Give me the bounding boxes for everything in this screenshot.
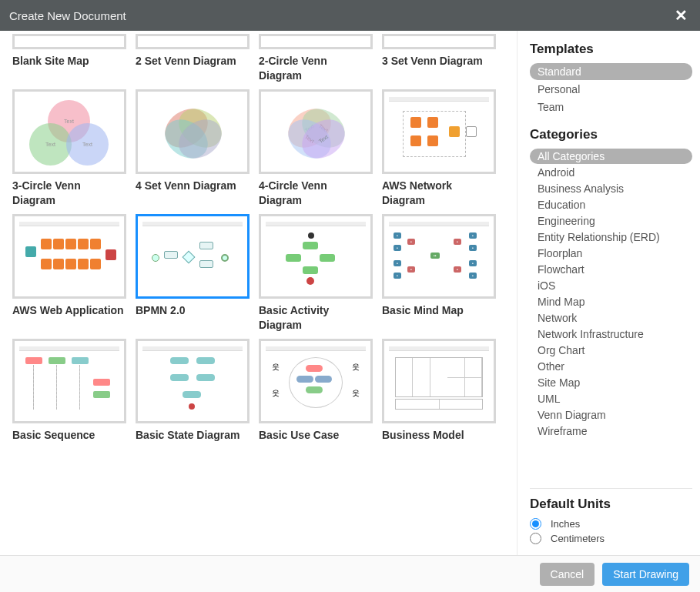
template-label: 3 Set Venn Diagram bbox=[382, 54, 496, 83]
templates-heading: Templates bbox=[530, 42, 692, 57]
template-card-2-set-venn[interactable]: 2 Set Venn Diagram bbox=[136, 34, 250, 83]
category-floorplan[interactable]: Floorplan bbox=[530, 246, 692, 261]
template-label: Basic Activity Diagram bbox=[259, 303, 373, 333]
template-card-aws-web-app[interactable]: AWS Web Application bbox=[12, 214, 126, 333]
template-label: 4 Set Venn Diagram bbox=[136, 179, 250, 208]
template-thumbnail bbox=[136, 214, 250, 299]
categories-group: Categories All CategoriesAndroidBusiness… bbox=[530, 127, 692, 440]
category-mind-map[interactable]: Mind Map bbox=[530, 294, 692, 309]
category-ios[interactable]: iOS bbox=[530, 278, 692, 293]
template-thumbnail: TextTextText bbox=[12, 89, 126, 174]
unit-radio[interactable] bbox=[530, 518, 541, 530]
template-label: AWS Network Diagram bbox=[382, 179, 496, 208]
create-document-dialog: Create New Document ✕ Blank Site Map2 Se… bbox=[0, 0, 700, 592]
template-card-basic-mind-map[interactable]: ••••••••••••••Basic Mind Map bbox=[382, 214, 496, 333]
template-card-bpmn-20[interactable]: BPMN 2.0 bbox=[136, 214, 250, 333]
category-android[interactable]: Android bbox=[530, 165, 692, 180]
template-label: Basic Use Case bbox=[259, 428, 373, 457]
start-drawing-button[interactable]: Start Drawing bbox=[602, 563, 689, 586]
template-thumbnail bbox=[382, 339, 496, 423]
template-thumbnail: 웃웃웃웃 bbox=[259, 339, 373, 423]
template-label: Basic State Diagram bbox=[136, 428, 250, 457]
template-card-4-set-venn[interactable]: 4 Set Venn Diagram bbox=[136, 89, 250, 208]
category-engineering[interactable]: Engineering bbox=[530, 213, 692, 229]
template-card-3-set-venn[interactable]: 3 Set Venn Diagram bbox=[382, 34, 496, 83]
template-thumbnail bbox=[12, 214, 126, 299]
category-org-chart[interactable]: Org Chart bbox=[530, 343, 692, 358]
category-site-map[interactable]: Site Map bbox=[530, 375, 692, 390]
template-thumbnail bbox=[259, 214, 373, 299]
category-uml[interactable]: UML bbox=[530, 391, 692, 406]
template-thumbnail bbox=[12, 34, 126, 49]
category-education[interactable]: Education bbox=[530, 197, 692, 212]
template-thumbnail bbox=[259, 34, 373, 49]
template-thumbnail: •••••••••••••• bbox=[382, 214, 496, 299]
category-business-analysis[interactable]: Business Analysis bbox=[530, 181, 692, 196]
dialog-title: Create New Document bbox=[9, 9, 672, 22]
category-wireframe[interactable]: Wireframe bbox=[530, 423, 692, 439]
template-thumbnail: TextTextTextText bbox=[259, 89, 373, 174]
template-thumbnail bbox=[136, 339, 250, 423]
unit-label: Inches bbox=[551, 518, 580, 530]
dialog-footer: Cancel Start Drawing bbox=[0, 555, 700, 592]
template-thumbnail bbox=[12, 339, 126, 423]
dialog-body: Blank Site Map2 Set Venn Diagram2-Circle… bbox=[0, 31, 700, 555]
sidebar: Templates StandardPersonalTeam Categorie… bbox=[517, 31, 700, 555]
template-gallery[interactable]: Blank Site Map2 Set Venn Diagram2-Circle… bbox=[0, 31, 517, 555]
template-card-3-circle-venn[interactable]: TextTextText3-Circle Venn Diagram bbox=[12, 89, 126, 208]
template-label: 2 Set Venn Diagram bbox=[136, 54, 250, 83]
template-label: 3-Circle Venn Diagram bbox=[12, 179, 126, 208]
template-thumbnail bbox=[382, 89, 496, 174]
template-card-basic-use-case[interactable]: 웃웃웃웃Basic Use Case bbox=[259, 339, 373, 457]
template-card-2-circle-venn[interactable]: 2-Circle Venn Diagram bbox=[259, 34, 373, 83]
category-entity-relationship-erd-[interactable]: Entity Relationship (ERD) bbox=[530, 229, 692, 245]
template-thumbnail bbox=[136, 34, 250, 49]
default-units-heading: Default Units bbox=[530, 497, 692, 512]
template-card-business-model[interactable]: Business Model bbox=[382, 339, 496, 457]
template-card-basic-sequence[interactable]: Basic Sequence bbox=[12, 339, 126, 457]
template-thumbnail bbox=[382, 34, 496, 49]
category-venn-diagram[interactable]: Venn Diagram bbox=[530, 407, 692, 423]
templates-group: Templates StandardPersonalTeam bbox=[530, 42, 692, 116]
close-icon[interactable]: ✕ bbox=[672, 6, 691, 25]
template-card-basic-activity[interactable]: Basic Activity Diagram bbox=[259, 214, 373, 333]
template-group-personal[interactable]: Personal bbox=[530, 81, 692, 98]
template-label: BPMN 2.0 bbox=[136, 303, 250, 333]
category-all-categories[interactable]: All Categories bbox=[530, 149, 692, 164]
template-card-blank-site-map[interactable]: Blank Site Map bbox=[12, 34, 126, 83]
category-flowchart[interactable]: Flowchart bbox=[530, 262, 692, 277]
category-network-infrastructure[interactable]: Network Infrastructure bbox=[530, 326, 692, 342]
category-other[interactable]: Other bbox=[530, 359, 692, 374]
template-card-aws-network[interactable]: AWS Network Diagram bbox=[382, 89, 496, 208]
template-label: Basic Sequence bbox=[12, 428, 126, 457]
category-network[interactable]: Network bbox=[530, 310, 692, 326]
template-label: Business Model bbox=[382, 428, 496, 457]
dialog-titlebar: Create New Document ✕ bbox=[0, 0, 700, 31]
unit-label: Centimeters bbox=[551, 533, 605, 544]
template-group-team[interactable]: Team bbox=[530, 99, 692, 115]
template-card-basic-state[interactable]: Basic State Diagram bbox=[136, 339, 250, 457]
template-group-standard[interactable]: Standard bbox=[530, 63, 692, 80]
template-label: AWS Web Application bbox=[12, 303, 126, 333]
default-units-group: Default Units InchesCentimeters bbox=[530, 488, 692, 547]
unit-option-inches[interactable]: Inches bbox=[530, 518, 692, 530]
template-label: Blank Site Map bbox=[12, 54, 126, 83]
unit-option-centimeters[interactable]: Centimeters bbox=[530, 533, 692, 544]
unit-radio[interactable] bbox=[530, 533, 541, 544]
template-thumbnail bbox=[136, 89, 250, 174]
template-label: 2-Circle Venn Diagram bbox=[259, 54, 373, 83]
template-label: 4-Circle Venn Diagram bbox=[259, 179, 373, 208]
template-label: Basic Mind Map bbox=[382, 303, 496, 333]
cancel-button[interactable]: Cancel bbox=[540, 563, 595, 586]
template-card-4-circle-venn[interactable]: TextTextTextText4-Circle Venn Diagram bbox=[259, 89, 373, 208]
categories-heading: Categories bbox=[530, 127, 692, 142]
